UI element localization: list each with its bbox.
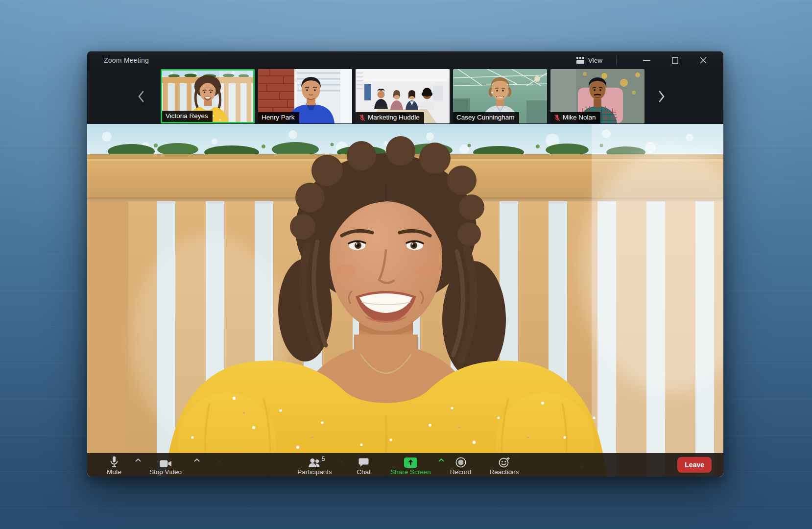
stop-video-options-caret[interactable] <box>193 457 201 463</box>
participant-name-label: Casey Cunningham <box>453 112 519 123</box>
muted-mic-icon <box>359 114 365 121</box>
titlebar-controls: View <box>573 51 723 69</box>
mute-label: Mute <box>107 468 121 476</box>
microphone-icon <box>110 456 119 468</box>
share-screen-label: Share Screen <box>390 468 431 476</box>
mute-button[interactable]: Mute <box>102 453 126 477</box>
muted-mic-icon <box>554 114 560 121</box>
thumbnail-strip: Victoria Reyes <box>161 69 645 123</box>
chat-button[interactable]: Chat <box>354 453 374 477</box>
view-button[interactable]: View <box>573 55 605 66</box>
maximize-icon <box>672 57 678 64</box>
titlebar-divider <box>616 55 617 65</box>
share-screen-button[interactable]: Share Screen <box>388 453 433 477</box>
record-button[interactable]: Record <box>448 453 474 477</box>
participant-filmstrip: Victoria Reyes <box>87 69 723 124</box>
participants-button[interactable]: 5 Participants <box>290 453 339 477</box>
reactions-smiley-icon <box>499 457 510 468</box>
chat-label: Chat <box>357 468 371 476</box>
chat-bubble-icon <box>358 458 369 468</box>
title-bar: Zoom Meeting View <box>87 51 723 69</box>
mute-options-caret[interactable] <box>134 457 142 463</box>
zoom-meeting-window: Zoom Meeting View <box>87 51 723 477</box>
filmstrip-prev-button[interactable] <box>134 87 148 106</box>
participant-thumbnail-victoria[interactable]: Victoria Reyes <box>161 69 255 123</box>
participant-thumbnail-casey[interactable]: Casey Cunningham <box>453 69 547 123</box>
reactions-label: Reactions <box>489 468 519 476</box>
participant-thumbnail-henry[interactable]: Henry Park <box>258 69 352 123</box>
chevron-up-icon <box>194 458 200 462</box>
leave-button[interactable]: Leave <box>677 457 712 473</box>
video-camera-icon <box>160 459 172 468</box>
close-icon <box>700 57 707 64</box>
stop-video-label: Stop Video <box>149 468 182 476</box>
maximize-button[interactable] <box>667 53 683 67</box>
minimize-icon <box>643 60 650 61</box>
record-label: Record <box>450 468 472 476</box>
view-label: View <box>588 57 602 64</box>
participant-name-label: Mike Nolan <box>550 112 600 123</box>
participant-thumbnail-mike[interactable]: Mike Nolan <box>550 69 645 123</box>
participant-name-label: Victoria Reyes <box>162 111 213 122</box>
share-screen-options-caret[interactable] <box>437 457 445 463</box>
gallery-view-icon <box>576 57 584 64</box>
chevron-up-icon <box>438 458 444 462</box>
reactions-button[interactable]: Reactions <box>488 453 521 477</box>
desktop-background: Zoom Meeting View <box>0 0 812 529</box>
window-title: Zoom Meeting <box>104 56 149 64</box>
meeting-toolbar: Mute Stop Video <box>87 453 723 477</box>
chevron-left-icon <box>137 90 145 103</box>
participant-thumbnail-marketing-huddle[interactable]: Marketing Huddle <box>356 69 450 123</box>
participants-label: Participants <box>297 468 332 476</box>
toolbar-left-group: Mute Stop Video <box>102 453 185 477</box>
record-icon <box>455 457 466 468</box>
minimize-button[interactable] <box>638 53 655 67</box>
filmstrip-next-button[interactable] <box>655 87 669 106</box>
participants-icon <box>308 458 322 468</box>
close-button[interactable] <box>695 53 712 67</box>
participant-name-label: Marketing Huddle <box>356 112 424 123</box>
chevron-right-icon <box>658 90 666 103</box>
participant-name-label: Henry Park <box>258 112 299 123</box>
share-screen-icon <box>404 457 417 468</box>
toolbar-center-group: 5 Participants Chat <box>290 453 521 477</box>
chevron-up-icon <box>135 458 141 462</box>
participants-count-badge: 5 <box>322 456 325 462</box>
main-video-stage: Mute Stop Video <box>87 124 723 477</box>
stop-video-button[interactable]: Stop Video <box>146 453 185 477</box>
active-speaker-video <box>87 124 723 477</box>
